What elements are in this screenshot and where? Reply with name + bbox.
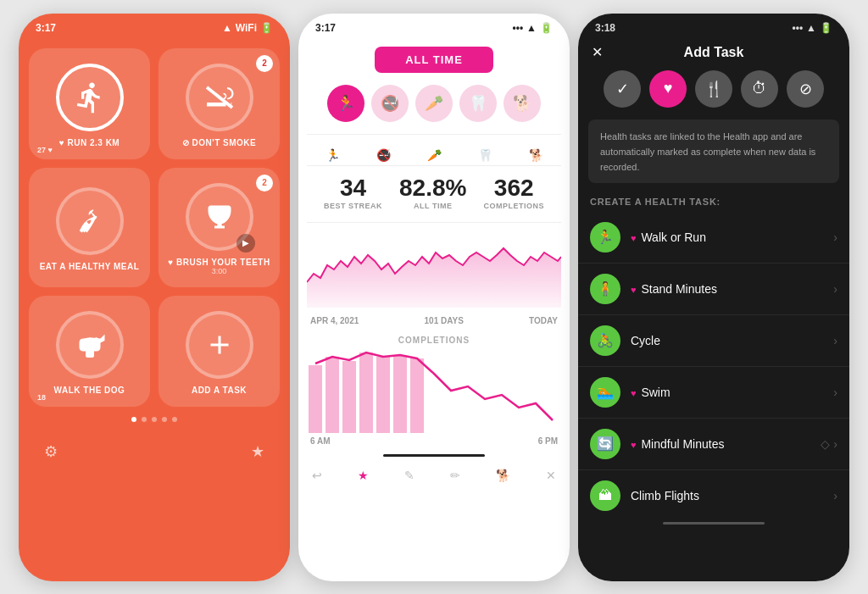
bar-7 bbox=[410, 358, 424, 433]
dog-bottom-icon[interactable]: 🐕 bbox=[496, 469, 510, 482]
teeth-badge: 2 bbox=[256, 175, 273, 192]
streak-value: 34 bbox=[324, 175, 382, 202]
plus-icon bbox=[204, 330, 235, 360]
close-bottom-icon[interactable]: ✕ bbox=[546, 469, 556, 482]
task-item-climb[interactable]: 🏔 Climb Flights › bbox=[578, 470, 849, 517]
cycle-chevron: › bbox=[833, 334, 837, 347]
phone-2: 3:17 ••• ▲ 🔋 ALL TIME 🏃 🚭 🥕 🦷 🐕 🏃 🚭 🥕 🦷 … bbox=[298, 14, 570, 581]
filter-clock[interactable]: ⏱ bbox=[741, 70, 778, 108]
dot-2 bbox=[142, 417, 147, 422]
divider bbox=[307, 134, 561, 135]
bar-4 bbox=[359, 353, 373, 433]
filter-dog[interactable]: 🐕 bbox=[504, 85, 541, 122]
svg-point-1 bbox=[94, 337, 98, 341]
close-button[interactable]: ✕ bbox=[592, 44, 603, 60]
play-btn[interactable]: ▶ bbox=[236, 234, 255, 253]
date-row: APR 4, 2021 101 DAYS TODAY bbox=[298, 313, 570, 329]
task-item-swim[interactable]: 🏊 ♥ Swim › bbox=[578, 367, 849, 419]
task-item-mindful[interactable]: 🔄 ♥ Mindful Minutes ◇ › bbox=[578, 419, 849, 470]
swim-icon: 🏊 bbox=[590, 377, 620, 408]
star-active-icon[interactable]: ★ bbox=[358, 469, 369, 482]
alltime-value: 82.8% bbox=[399, 175, 466, 202]
add-circle bbox=[186, 311, 253, 379]
walk-run-name: ♥ Walk or Run bbox=[631, 230, 823, 244]
teeth-circle: ▶ bbox=[186, 183, 253, 251]
date-end: TODAY bbox=[529, 316, 558, 325]
task-teeth[interactable]: 2 ▶ ♥ BRUSH YOUR TEETH 3:00 bbox=[159, 168, 280, 287]
climb-icon: 🏔 bbox=[590, 480, 620, 511]
filter-food[interactable]: 🥕 bbox=[415, 85, 453, 122]
climb-chevron: › bbox=[833, 489, 837, 502]
filter-smoke[interactable]: 🚭 bbox=[371, 85, 409, 122]
stat-completions: 362 COMPLETIONS bbox=[483, 175, 544, 210]
date-middle: 101 DAYS bbox=[425, 316, 464, 325]
run-icon bbox=[73, 80, 107, 114]
bar-6 bbox=[393, 355, 407, 433]
date-start: APR 4, 2021 bbox=[310, 316, 359, 325]
walk-run-icon: 🏃 bbox=[590, 222, 620, 253]
chart-fill bbox=[307, 248, 561, 308]
completions-section-label: COMPLETIONS bbox=[298, 336, 570, 345]
filter-fork[interactable]: 🍴 bbox=[695, 70, 732, 108]
task-grid: 27 ♥ ♥ RUN 2.3 KM 2 ⊘ DON'T SMOKE EAT A … bbox=[25, 45, 283, 410]
task-add[interactable]: ADD A TASK bbox=[159, 296, 280, 407]
settings-icon[interactable]: ⚙ bbox=[44, 442, 58, 461]
task-item-stand-minutes[interactable]: 🧍 ♥ Stand Minutes › bbox=[578, 264, 849, 315]
task-smoke[interactable]: 2 ⊘ DON'T SMOKE bbox=[159, 48, 280, 159]
smoke-circle bbox=[186, 64, 253, 131]
teeth-sublabel: 3:00 bbox=[212, 267, 227, 275]
all-time-button[interactable]: ALL TIME bbox=[375, 47, 493, 73]
filter-heart[interactable]: ♥ bbox=[649, 70, 687, 108]
status-bar-2: 3:17 ••• ▲ 🔋 bbox=[298, 14, 570, 38]
dog-streak: 18 bbox=[37, 393, 46, 402]
add-task-filter-row: ✓ ♥ 🍴 ⏱ ⊘ bbox=[578, 70, 849, 108]
bar-chart bbox=[307, 348, 561, 433]
meal-circle bbox=[56, 187, 124, 255]
filter-check[interactable]: ✓ bbox=[604, 70, 641, 108]
task-meal[interactable]: EAT A HEALTHY MEAL bbox=[29, 168, 150, 287]
phone1-bottom-bar: ⚙ ★ bbox=[19, 432, 290, 471]
stat-streak: 34 BEST STREAK bbox=[324, 175, 382, 210]
toothbrush-icon bbox=[204, 202, 235, 232]
dot-3 bbox=[152, 417, 157, 422]
task-item-cycle[interactable]: 🚴 Cycle › bbox=[578, 315, 849, 367]
pencil-icon[interactable]: ✏ bbox=[450, 469, 460, 482]
mindful-icon: 🔄 bbox=[590, 429, 620, 459]
cycle-icon: 🚴 bbox=[590, 325, 620, 356]
status-icons-2: ••• ▲ 🔋 bbox=[513, 22, 554, 34]
filter-tooth[interactable]: 🦷 bbox=[459, 85, 497, 122]
mindful-extra: ◇ › bbox=[821, 437, 837, 451]
filter-run[interactable]: 🏃 bbox=[327, 85, 364, 122]
phone2-bottom-bar: ↩ ★ ✎ ✏ 🐕 ✕ bbox=[298, 460, 570, 491]
status-bar-3: 3:18 ••• ▲ 🔋 bbox=[578, 14, 849, 38]
mindful-diamond: ◇ bbox=[821, 437, 830, 451]
climb-name: Climb Flights bbox=[631, 489, 823, 502]
task-dog[interactable]: 18 WALK THE DOG bbox=[29, 296, 150, 407]
dog-label: WALK THE DOG bbox=[54, 386, 125, 395]
page-dots bbox=[19, 417, 290, 429]
task-run[interactable]: 27 ♥ ♥ RUN 2.3 KM bbox=[29, 48, 150, 159]
add-task-title: Add Task bbox=[684, 45, 744, 60]
time-1: 3:17 bbox=[36, 22, 56, 34]
star-icon[interactable]: ★ bbox=[251, 442, 264, 461]
cycle-name: Cycle bbox=[631, 334, 823, 347]
stand-minutes-icon: 🧍 bbox=[590, 274, 620, 304]
create-health-label: CREATE A HEALTH TASK: bbox=[578, 192, 849, 212]
mindful-chevron: › bbox=[833, 437, 837, 451]
stats-row: 34 BEST STREAK 82.8% ALL TIME 362 COMPLE… bbox=[307, 165, 561, 223]
time-end: 6 PM bbox=[538, 436, 558, 446]
edit-icon[interactable]: ✎ bbox=[404, 469, 415, 482]
carrot-icon bbox=[75, 206, 105, 236]
phone-1: 3:17 ▲ WiFi 🔋 27 ♥ ♥ RUN 2.3 KM 2 bbox=[19, 14, 290, 581]
walk-run-chevron: › bbox=[833, 230, 837, 244]
meal-label: EAT A HEALTHY MEAL bbox=[40, 262, 140, 271]
health-info-box: Health tasks are linked to the Health ap… bbox=[588, 119, 839, 183]
swim-name: ♥ Swim bbox=[631, 386, 823, 399]
smoke-badge: 2 bbox=[256, 55, 273, 72]
completions-value: 362 bbox=[483, 175, 544, 202]
task-item-walk-run[interactable]: 🏃 ♥ Walk or Run › bbox=[578, 212, 849, 264]
add-task-header: ✕ Add Task bbox=[578, 38, 849, 70]
share-icon[interactable]: ↩ bbox=[312, 469, 322, 482]
filter-cancel[interactable]: ⊘ bbox=[787, 70, 824, 108]
chart-svg bbox=[307, 231, 561, 308]
